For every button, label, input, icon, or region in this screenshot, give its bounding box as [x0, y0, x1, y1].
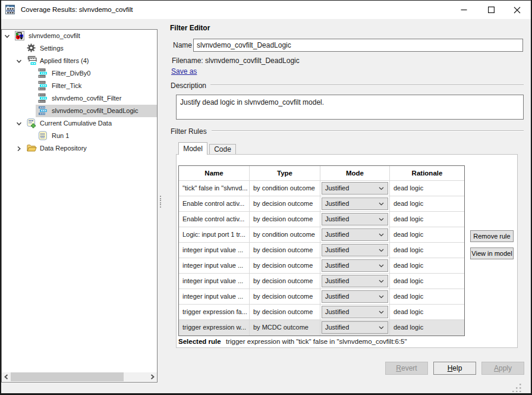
rule-mode-cell: Justified: [320, 320, 390, 336]
maximize-button[interactable]: [477, 1, 505, 19]
tree-item-run-1[interactable]: Run 1: [2, 130, 157, 142]
gear-icon: [27, 43, 36, 53]
rule-type-cell[interactable]: by decision outcome: [250, 274, 320, 289]
column-header-rationale[interactable]: Rationale: [390, 166, 464, 181]
description-textarea[interactable]: Justify dead logic in slvnvdemo_covfilt …: [176, 95, 524, 120]
rule-name-cell[interactable]: "tick" false in "slvnvd...: [179, 181, 250, 196]
scrollbar-thumb[interactable]: [11, 372, 124, 381]
tree-item-slvnvdemo-covfilt-filter[interactable]: slvnvdemo_covfilt_Filter: [2, 92, 157, 105]
panel-splitter[interactable]: [158, 29, 168, 383]
mode-dropdown[interactable]: Justified: [322, 182, 388, 195]
mode-dropdown[interactable]: Justified: [322, 228, 388, 241]
splitter-grip-dot: [160, 206, 161, 208]
coverage-results-window: Coverage Results: slvnvdemo_covfilt: [0, 0, 532, 395]
rule-rationale-cell[interactable]: dead logic: [390, 212, 464, 227]
name-label: Name: [173, 41, 192, 49]
mode-dropdown[interactable]: Justified: [322, 198, 388, 210]
scroll-right-arrow[interactable]: [148, 372, 157, 381]
rule-rationale-cell[interactable]: dead logic: [390, 274, 464, 289]
revert-button[interactable]: Revert: [385, 362, 428, 375]
mode-dropdown[interactable]: Justified: [322, 275, 388, 287]
mode-dropdown[interactable]: Justified: [322, 213, 388, 225]
tree-item-label: Filter_DivBy0: [52, 67, 90, 80]
rule-type-cell[interactable]: by MCDC outcome: [250, 320, 320, 336]
tree-item-slvnvdemo-covfilt[interactable]: slvnvdemo_covfilt: [2, 30, 157, 42]
selected-rule-label: Selected rule: [178, 338, 221, 345]
rule-rationale-cell[interactable]: dead logic: [390, 289, 464, 305]
apply-button[interactable]: Apply: [481, 362, 524, 375]
name-input[interactable]: [193, 39, 523, 52]
rule-rationale-cell[interactable]: dead logic: [390, 305, 464, 320]
rule-rationale-cell[interactable]: dead logic: [390, 258, 464, 274]
tab-code[interactable]: Code: [209, 144, 236, 154]
mode-dropdown-value: Justified: [325, 262, 349, 269]
mode-dropdown-value: Justified: [325, 215, 349, 222]
column-header-type[interactable]: Type: [250, 166, 320, 181]
filter-rules-label: Filter Rules: [171, 127, 207, 136]
filter-rules-separator: [212, 130, 524, 131]
mode-dropdown[interactable]: Justified: [322, 259, 388, 272]
chevron-down-icon[interactable]: [16, 58, 22, 64]
rule-name-cell[interactable]: trigger expression fa...: [179, 305, 250, 320]
filter-icon: [38, 93, 48, 103]
save-as-link[interactable]: Save as: [171, 67, 197, 76]
tab-model[interactable]: Model: [178, 142, 207, 155]
rule-type-cell[interactable]: by decision outcome: [250, 212, 320, 227]
mode-dropdown-value: Justified: [325, 324, 349, 331]
rule-name-cell[interactable]: Enable control activ...: [179, 212, 250, 227]
rule-name-cell[interactable]: integer input value ...: [179, 274, 250, 289]
rule-name-cell[interactable]: integer input value ...: [179, 258, 250, 274]
rule-rationale-cell[interactable]: dead logic: [390, 320, 464, 336]
rule-rationale-cell[interactable]: dead logic: [390, 243, 464, 258]
rule-type-cell[interactable]: by condition outcome: [250, 181, 320, 196]
tree-item-label: Data Repository: [40, 142, 87, 155]
mode-dropdown-value: Justified: [325, 277, 349, 284]
chevron-right-icon[interactable]: [16, 146, 22, 152]
rule-name-cell[interactable]: Enable control activ...: [179, 196, 250, 212]
remove-rule-button[interactable]: Remove rule: [470, 230, 514, 242]
chevron-down-icon[interactable]: [16, 121, 22, 127]
tree-item-current-cumulative-data[interactable]: Current Cumulative Data: [2, 117, 157, 130]
mode-dropdown[interactable]: Justified: [322, 290, 388, 303]
tree-item-filter-tick[interactable]: Filter_Tick: [2, 80, 157, 92]
rule-name-cell[interactable]: integer input value ...: [179, 289, 250, 305]
tree-item-slvnvdemo-covfilt-deadlogic[interactable]: slvnvdemo_covfilt_DeadLogic: [2, 105, 157, 117]
minimize-button[interactable]: [450, 1, 477, 19]
tree-horizontal-scrollbar[interactable]: [2, 372, 157, 381]
tree-item-label: slvnvdemo_covfilt_DeadLogic: [52, 105, 138, 117]
rule-type-cell[interactable]: by decision outcome: [250, 258, 320, 274]
column-header-mode[interactable]: Mode: [320, 166, 390, 181]
help-button[interactable]: Help: [433, 362, 476, 375]
mode-dropdown[interactable]: Justified: [322, 244, 388, 256]
rule-type-cell[interactable]: by decision outcome: [250, 305, 320, 320]
rule-type-cell[interactable]: by condition outcome: [250, 227, 320, 243]
mode-dropdown[interactable]: Justified: [322, 306, 388, 318]
rule-rationale-cell[interactable]: dead logic: [390, 196, 464, 212]
rule-mode-cell: Justified: [320, 258, 390, 274]
resize-grip[interactable]: [512, 384, 522, 392]
rule-name-cell[interactable]: integer input value ...: [179, 243, 250, 258]
splitter-grip-dot: [160, 204, 161, 205]
view-in-model-button[interactable]: View in model: [470, 247, 514, 259]
rule-type-cell[interactable]: by decision outcome: [250, 289, 320, 305]
tree-item-applied-filters-4-[interactable]: Applied filters (4): [2, 55, 157, 67]
rule-type-cell[interactable]: by decision outcome: [250, 196, 320, 212]
tree-item-settings[interactable]: Settings: [2, 42, 157, 55]
chevron-down-icon: [379, 311, 384, 314]
mode-dropdown-value: Justified: [325, 293, 349, 300]
rule-name-cell[interactable]: trigger expression w...: [179, 320, 250, 336]
mode-dropdown[interactable]: Justified: [322, 321, 388, 334]
rule-rationale-cell[interactable]: dead logic: [390, 181, 464, 196]
close-button[interactable]: [503, 1, 531, 19]
coverage-app-icon: [5, 5, 15, 15]
rule-rationale-cell[interactable]: dead logic: [390, 227, 464, 243]
rule-type-cell[interactable]: by decision outcome: [250, 243, 320, 258]
splitter-grip-dot: [160, 198, 161, 199]
filter-icon: [38, 68, 48, 78]
tree-item-data-repository[interactable]: Data Repository: [2, 142, 157, 155]
scroll-left-arrow[interactable]: [2, 372, 11, 381]
tree-item-filter-divby0[interactable]: Filter_DivBy0: [2, 67, 157, 80]
chevron-down-icon[interactable]: [4, 33, 10, 39]
rule-name-cell[interactable]: Logic: input port 1 tr...: [179, 227, 250, 243]
column-header-name[interactable]: Name: [179, 166, 250, 181]
